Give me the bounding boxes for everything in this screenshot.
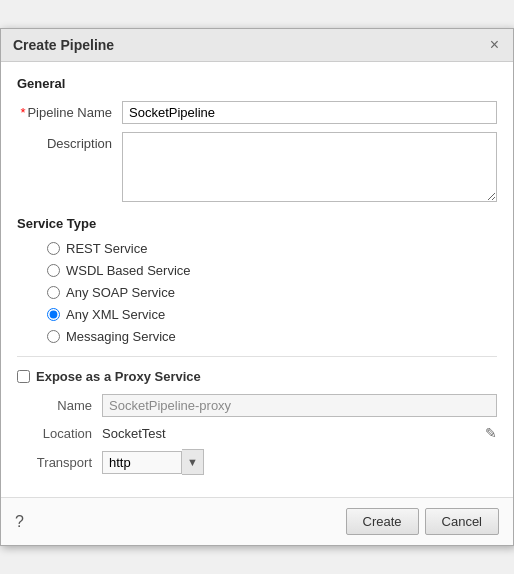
- dialog-footer: ? Create Cancel: [1, 497, 513, 545]
- pipeline-name-label: *Pipeline Name: [17, 101, 122, 120]
- create-pipeline-dialog: Create Pipeline × General *Pipeline Name…: [0, 28, 514, 546]
- service-type-radio-group: REST Service WSDL Based Service Any SOAP…: [47, 241, 497, 344]
- create-button[interactable]: Create: [346, 508, 419, 535]
- proxy-name-input[interactable]: [102, 394, 497, 417]
- proxy-transport-row: Transport ▼: [27, 449, 497, 475]
- radio-item-xml: Any XML Service: [47, 307, 497, 322]
- proxy-checkbox-row: Expose as a Proxy Service: [17, 369, 497, 384]
- radio-item-soap: Any SOAP Service: [47, 285, 497, 300]
- transport-dropdown-button[interactable]: ▼: [182, 449, 204, 475]
- proxy-section: Expose as a Proxy Service Name Location …: [17, 356, 497, 475]
- proxy-fields: Name Location SocketTest ✎ Transport ▼: [27, 394, 497, 475]
- description-label: Description: [17, 132, 122, 151]
- proxy-location-value: SocketTest: [102, 426, 477, 441]
- service-type-section: Service Type REST Service WSDL Based Ser…: [17, 216, 497, 344]
- radio-soap[interactable]: [47, 286, 60, 299]
- required-indicator: *: [20, 105, 25, 120]
- edit-location-icon[interactable]: ✎: [485, 425, 497, 441]
- radio-xml-label: Any XML Service: [66, 307, 165, 322]
- radio-wsdl[interactable]: [47, 264, 60, 277]
- description-row: Description: [17, 132, 497, 202]
- radio-wsdl-label: WSDL Based Service: [66, 263, 191, 278]
- proxy-location-label: Location: [27, 426, 102, 441]
- proxy-location-row: Location SocketTest ✎: [27, 425, 497, 441]
- transport-select-wrapper: ▼: [102, 449, 204, 475]
- cancel-button[interactable]: Cancel: [425, 508, 499, 535]
- pipeline-name-row: *Pipeline Name: [17, 101, 497, 124]
- close-button[interactable]: ×: [488, 37, 501, 53]
- proxy-transport-label: Transport: [27, 455, 102, 470]
- proxy-name-label: Name: [27, 398, 102, 413]
- radio-item-wsdl: WSDL Based Service: [47, 263, 497, 278]
- footer-buttons: Create Cancel: [346, 508, 500, 535]
- transport-input[interactable]: [102, 451, 182, 474]
- radio-rest[interactable]: [47, 242, 60, 255]
- radio-rest-label: REST Service: [66, 241, 147, 256]
- dialog-header: Create Pipeline ×: [1, 29, 513, 62]
- radio-xml[interactable]: [47, 308, 60, 321]
- help-icon[interactable]: ?: [15, 513, 24, 531]
- proxy-name-row: Name: [27, 394, 497, 417]
- pipeline-name-input[interactable]: [122, 101, 497, 124]
- description-input[interactable]: [122, 132, 497, 202]
- proxy-checkbox-label: Expose as a Proxy Service: [36, 369, 201, 384]
- radio-messaging[interactable]: [47, 330, 60, 343]
- general-section-title: General: [17, 76, 497, 91]
- radio-soap-label: Any SOAP Service: [66, 285, 175, 300]
- radio-item-rest: REST Service: [47, 241, 497, 256]
- radio-messaging-label: Messaging Service: [66, 329, 176, 344]
- radio-item-messaging: Messaging Service: [47, 329, 497, 344]
- dialog-body: General *Pipeline Name Description Servi…: [1, 62, 513, 497]
- dialog-title: Create Pipeline: [13, 37, 114, 53]
- proxy-checkbox[interactable]: [17, 370, 30, 383]
- service-type-title: Service Type: [17, 216, 497, 231]
